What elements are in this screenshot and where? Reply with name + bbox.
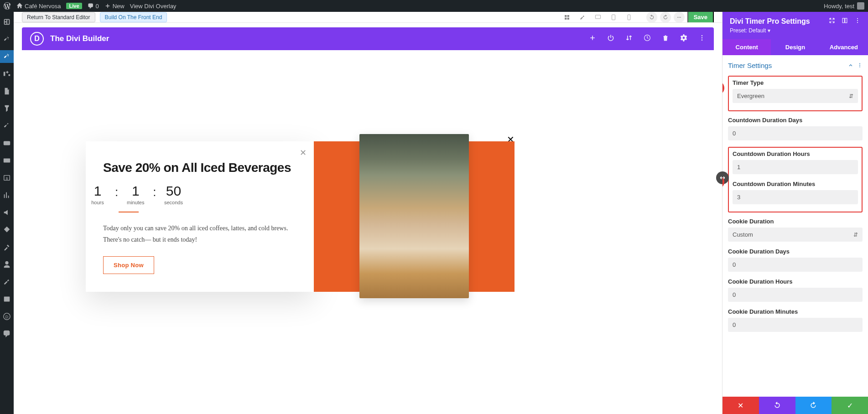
svg-rect-4 bbox=[4, 297, 10, 302]
redo-circle-button[interactable] bbox=[660, 12, 671, 23]
cookie-days-input[interactable] bbox=[728, 258, 863, 272]
wp-logo[interactable] bbox=[4, 2, 11, 10]
duration-hours-input[interactable] bbox=[733, 160, 858, 174]
site-name: Café Nervosa bbox=[25, 3, 61, 10]
sidebar-appearance-icon[interactable] bbox=[0, 102, 14, 115]
settings-header: Divi Timer Pro Settings Preset: Default … bbox=[722, 12, 868, 39]
user-avatar[interactable] bbox=[857, 2, 864, 10]
svg-rect-1 bbox=[4, 159, 10, 163]
promo-popup: ✕ ✕ Save 20% on All Iced Beverages 1 hou… bbox=[86, 141, 515, 310]
comments-link[interactable]: 0 bbox=[88, 3, 99, 10]
svg-rect-8 bbox=[612, 15, 615, 20]
shop-now-button[interactable]: Shop Now bbox=[103, 256, 154, 274]
sidebar-card-icon[interactable] bbox=[0, 154, 14, 167]
cookie-minutes-input[interactable] bbox=[728, 318, 863, 332]
gear-icon[interactable] bbox=[680, 34, 687, 43]
cancel-button[interactable]: ✕ bbox=[722, 397, 759, 414]
trash-icon[interactable] bbox=[662, 34, 669, 43]
sort-icon[interactable] bbox=[625, 34, 633, 43]
sidebar-pin-icon[interactable] bbox=[0, 33, 14, 46]
sidebar-tools-icon[interactable] bbox=[0, 275, 14, 288]
annotation-box-2: Countdown Duration Hours Countdown Durat… bbox=[728, 147, 863, 212]
svg-point-23 bbox=[859, 65, 860, 66]
popup-close-inner-icon[interactable]: ✕ bbox=[300, 148, 307, 158]
svg-point-19 bbox=[857, 18, 858, 19]
power-icon[interactable] bbox=[607, 34, 614, 43]
settings-title-text: Divi Timer Pro Settings bbox=[730, 17, 810, 26]
sidebar-settings-icon[interactable] bbox=[0, 293, 14, 305]
settings-tabs: Content Design Advanced bbox=[722, 39, 868, 55]
more-vertical-icon[interactable] bbox=[698, 34, 706, 43]
builder-top-strip: Return To Standard Editor Build On The F… bbox=[14, 12, 722, 23]
countdown-seconds-value: 50 bbox=[162, 183, 184, 199]
divi-builder-header: D The Divi Builder bbox=[22, 27, 714, 50]
sidebar-money-icon[interactable]: $ bbox=[0, 171, 14, 184]
countdown-hours-value: 1 bbox=[87, 183, 109, 199]
redo-button[interactable] bbox=[795, 397, 832, 414]
sidebar-divi-d-icon[interactable]: D bbox=[0, 310, 14, 323]
module-settings-panel: Divi Timer Pro Settings Preset: Default … bbox=[722, 12, 868, 414]
sidebar-analytics-icon[interactable] bbox=[0, 189, 14, 202]
add-icon[interactable] bbox=[589, 34, 596, 43]
svg-point-21 bbox=[857, 22, 858, 23]
sidebar-pin2-icon[interactable] bbox=[0, 119, 14, 132]
svg-point-10 bbox=[677, 17, 678, 18]
sidebar-comments-icon[interactable] bbox=[0, 327, 14, 340]
more-vertical-icon[interactable] bbox=[854, 17, 861, 26]
timer-settings-section-header[interactable]: Timer Settings bbox=[728, 62, 863, 69]
mobile-icon[interactable] bbox=[623, 13, 635, 22]
sidebar-woo-icon[interactable] bbox=[0, 137, 14, 150]
desktop-icon[interactable] bbox=[592, 13, 604, 22]
svg-text:$: $ bbox=[6, 176, 8, 181]
live-badge: Live bbox=[66, 3, 82, 9]
confirm-button[interactable]: ✓ bbox=[832, 397, 868, 414]
sidebar-brush-icon[interactable] bbox=[0, 241, 14, 254]
save-button[interactable]: Save bbox=[687, 12, 714, 23]
cookie-minutes-label: Cookie Duration Minutes bbox=[728, 308, 863, 315]
tab-advanced[interactable]: Advanced bbox=[820, 39, 868, 55]
sidebar-dashboard-icon[interactable] bbox=[0, 16, 14, 28]
undo-button[interactable] bbox=[759, 397, 795, 414]
duration-days-input[interactable] bbox=[728, 126, 863, 140]
howdy-text[interactable]: Howdy, test bbox=[824, 3, 854, 10]
new-content-link[interactable]: New bbox=[104, 3, 125, 10]
sidebar-users-icon[interactable] bbox=[0, 258, 14, 271]
settings-body: Timer Settings Timer Type Evergreen ⇵ bbox=[722, 55, 868, 397]
view-overlay-link[interactable]: View Divi Overlay bbox=[130, 3, 177, 10]
undo-circle-button[interactable] bbox=[646, 12, 657, 23]
duration-minutes-input[interactable] bbox=[733, 190, 858, 204]
expand-icon[interactable] bbox=[829, 17, 835, 26]
sidebar-megaphone-icon[interactable] bbox=[0, 206, 14, 219]
cookie-duration-select[interactable]: Custom bbox=[728, 228, 863, 242]
grid-icon[interactable] bbox=[561, 13, 573, 22]
return-standard-button[interactable]: Return To Standard Editor bbox=[22, 12, 95, 22]
sidebar-pages-icon[interactable] bbox=[0, 85, 14, 98]
builder-canvas[interactable]: ✕ ✕ Save 20% on All Iced Beverages 1 hou… bbox=[22, 50, 714, 406]
clock-icon[interactable] bbox=[644, 34, 651, 43]
more-circle-button[interactable] bbox=[674, 12, 685, 23]
sidebar-media-icon[interactable] bbox=[0, 67, 14, 80]
sidebar-plugins-icon[interactable] bbox=[0, 223, 14, 236]
svg-point-14 bbox=[702, 35, 702, 36]
cookie-hours-input[interactable] bbox=[728, 288, 863, 302]
more-vertical-icon[interactable] bbox=[857, 62, 863, 69]
chevron-up-icon[interactable] bbox=[848, 62, 853, 69]
divi-logo-icon: D bbox=[30, 32, 44, 46]
builder-canvas-area: Return To Standard Editor Build On The F… bbox=[14, 12, 722, 414]
countdown-minutes-label: minutes bbox=[125, 200, 146, 205]
wrench-icon[interactable] bbox=[576, 13, 589, 22]
sidebar-divi-icon[interactable] bbox=[0, 50, 14, 63]
snap-icon[interactable] bbox=[842, 17, 848, 26]
annotation-badge-1: 1 bbox=[722, 81, 724, 95]
tab-content[interactable]: Content bbox=[722, 39, 771, 55]
build-front-button[interactable]: Build On The Front End bbox=[100, 12, 167, 22]
svg-point-24 bbox=[859, 67, 860, 67]
tab-design[interactable]: Design bbox=[771, 39, 819, 55]
tablet-icon[interactable] bbox=[607, 13, 620, 22]
countdown-timer: 1 hours : 1 minutes : 50 seconds bbox=[87, 183, 296, 205]
timer-type-select[interactable]: Evergreen bbox=[733, 89, 858, 103]
duration-days-label: Countdown Duration Days bbox=[728, 117, 863, 124]
svg-rect-0 bbox=[4, 141, 10, 145]
site-home-link[interactable]: Café Nervosa bbox=[16, 3, 61, 10]
preset-dropdown[interactable]: Preset: Default ▾ bbox=[730, 27, 861, 34]
